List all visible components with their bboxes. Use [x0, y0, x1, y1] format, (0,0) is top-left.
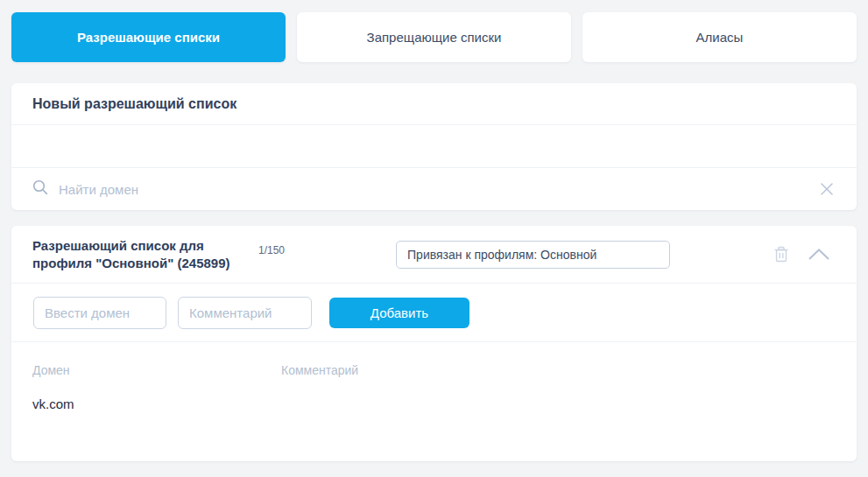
- allow-list-title: Разрешающий список для профиля "Основной…: [32, 237, 243, 272]
- comment-cell: [281, 396, 836, 411]
- add-domain-form: Добавить: [11, 284, 857, 342]
- domain-input[interactable]: [33, 297, 166, 329]
- tab-allow-lists[interactable]: Разрешающие списки: [11, 12, 286, 62]
- comment-input[interactable]: [178, 297, 312, 329]
- new-list-empty-area: [11, 125, 857, 168]
- search-icon: [32, 179, 48, 199]
- domain-cell: vk.com: [32, 396, 281, 411]
- close-icon: [818, 187, 836, 200]
- search-input[interactable]: [59, 182, 818, 197]
- new-list-panel: Новый разрешающий список: [11, 83, 857, 210]
- allow-list-header: Разрешающий список для профиля "Основной…: [11, 226, 857, 284]
- domain-search-bar: [11, 168, 857, 210]
- page: Разрешающие списки Запрещающие списки Ал…: [0, 0, 868, 477]
- linked-profiles-badge[interactable]: Привязан к профилям: Основной: [396, 241, 670, 269]
- clear-search-button[interactable]: [818, 180, 836, 198]
- tab-deny-lists[interactable]: Запрещающие списки: [297, 12, 571, 62]
- new-list-title: Новый разрешающий список: [11, 83, 857, 125]
- delete-list-button[interactable]: [773, 245, 790, 263]
- allow-list-panel: Разрешающий список для профиля "Основной…: [11, 226, 857, 461]
- table-row: vk.com: [32, 396, 836, 411]
- column-header-comment: Комментарий: [281, 363, 836, 377]
- add-domain-button[interactable]: Добавить: [329, 298, 469, 328]
- domain-counter: 1/150: [258, 244, 285, 256]
- tab-bar: Разрешающие списки Запрещающие списки Ал…: [11, 12, 857, 62]
- table-header-row: Домен Комментарий: [32, 363, 836, 377]
- list-actions: [773, 245, 830, 263]
- domain-table: Домен Комментарий vk.com: [11, 342, 857, 411]
- trash-icon: [773, 253, 790, 266]
- tab-aliases[interactable]: Алиасы: [582, 12, 857, 62]
- chevron-up-icon: [808, 250, 830, 263]
- collapse-list-button[interactable]: [808, 248, 830, 261]
- column-header-domain: Домен: [32, 363, 281, 377]
